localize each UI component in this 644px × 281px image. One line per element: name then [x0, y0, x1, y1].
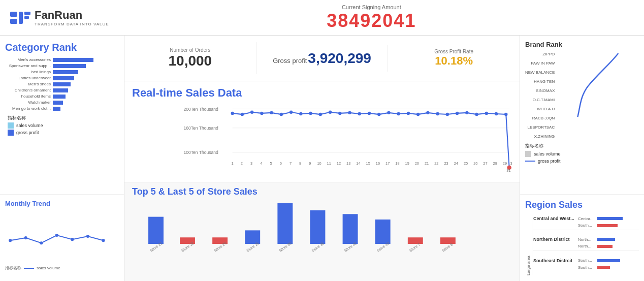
svg-text:23: 23 — [444, 161, 448, 166]
region-row: North... — [533, 244, 639, 248]
category-row: Men go to work clot... — [5, 106, 119, 111]
svg-point-18 — [231, 112, 234, 115]
large-area-label: Large area — [525, 214, 532, 275]
region-bar — [597, 245, 613, 248]
region-row: South... — [533, 223, 639, 228]
svg-point-46 — [504, 113, 507, 116]
store-sales-title: Top 5 & Last 5 of Store Sales — [132, 186, 512, 197]
brand-label: PAW IN PAW — [525, 60, 555, 67]
brand-sales-legend: sales volume — [525, 151, 639, 157]
profit-label: Gross profit — [273, 57, 307, 65]
brand-labels: ZIPPOPAW IN PAWNEW BALANCEHANG TENSINOMA… — [525, 51, 555, 140]
svg-point-8 — [55, 234, 58, 237]
svg-text:11: 11 — [327, 161, 331, 166]
svg-rect-95 — [408, 237, 423, 244]
svg-point-6 — [24, 236, 27, 239]
legend-title-label: 指标名称 — [8, 115, 26, 121]
svg-text:20: 20 — [415, 161, 419, 166]
left-sidebar: Category Rank Men's accessoriesSportswea… — [0, 36, 124, 281]
region-sub-label: South... — [578, 258, 596, 263]
svg-point-36 — [407, 112, 410, 115]
svg-text:31: 31 — [506, 168, 510, 173]
category-label: Ladies underwear — [5, 76, 51, 80]
svg-point-11 — [102, 239, 105, 242]
category-label: Children's ornament — [5, 88, 51, 92]
profit-card: Gross profit 3,920,299 — [256, 45, 389, 72]
brand-label: ZIPPO — [525, 51, 555, 58]
category-bar — [53, 70, 78, 74]
orders-value: 10,000 — [169, 53, 212, 69]
svg-text:24: 24 — [454, 161, 458, 166]
main-content: Category Rank Men's accessoriesSportswea… — [0, 36, 644, 281]
svg-text:6: 6 — [280, 161, 282, 166]
svg-point-45 — [495, 112, 498, 115]
svg-text:14: 14 — [356, 161, 360, 166]
svg-point-37 — [416, 113, 420, 116]
brand-label: NEW BALANCE — [525, 69, 555, 76]
brand-label: X.ZHINING — [525, 133, 555, 140]
rate-label: Gross Profit Rate — [434, 49, 473, 54]
category-label: household items — [5, 94, 51, 99]
region-group-name: Central and West... — [533, 216, 576, 221]
svg-point-7 — [40, 241, 43, 244]
svg-text:19: 19 — [405, 161, 409, 166]
svg-point-38 — [426, 111, 429, 114]
svg-text:10: 10 — [317, 161, 321, 166]
realtime-title: Real-time Sales Data — [132, 86, 512, 100]
brand-profit-icon — [525, 161, 535, 162]
svg-text:27: 27 — [483, 161, 487, 166]
category-bar — [53, 95, 66, 99]
svg-point-23 — [280, 113, 283, 116]
svg-text:200Ten Thousand: 200Ten Thousand — [184, 107, 218, 112]
category-row: bed linings — [5, 70, 119, 74]
svg-point-5 — [9, 239, 12, 242]
svg-point-44 — [485, 112, 488, 115]
region-group: Northern DistrictNorth...North... — [533, 237, 639, 253]
category-bar — [53, 82, 71, 86]
store-sales-chart: Store 21 Store 22 Store 24 Store 25 Stor… — [132, 200, 512, 256]
svg-text:30: 30 — [510, 161, 512, 166]
brand-legend: 指标名称 sales volume gross profit — [525, 143, 639, 164]
region-row: South... — [533, 265, 639, 270]
header-center: Current Signing Amount 38492041 — [109, 4, 634, 32]
gross-profit-label: gross profit — [16, 130, 39, 135]
region-sub-label: South... — [578, 223, 596, 228]
rate-card: Gross Profit Rate 10.18% — [388, 44, 520, 73]
brand-legend-title: 指标名称 — [525, 143, 543, 149]
svg-point-40 — [446, 113, 449, 116]
region-sub-label: North... — [578, 244, 596, 248]
brand-label: LESPORTSAC — [525, 124, 555, 131]
region-bar — [597, 217, 623, 220]
brand-label: O.C.T.MAMI — [525, 97, 555, 104]
right-sidebar: Brand Rank ZIPPOPAW IN PAWNEW BALANCEHAN… — [520, 36, 644, 281]
brand-name: FanRuan — [35, 9, 109, 22]
category-bar — [53, 107, 60, 111]
svg-rect-3 — [24, 12, 30, 15]
category-label: Men's shoes — [5, 82, 51, 86]
svg-text:28: 28 — [493, 161, 497, 166]
logo-text: FanRuan TRANSFORM DATA INTO VALUE — [35, 9, 109, 26]
category-bar — [53, 88, 68, 92]
svg-rect-89 — [310, 210, 325, 244]
svg-point-32 — [368, 112, 371, 115]
svg-text:7: 7 — [289, 161, 292, 166]
brand-label: SINOMAX — [525, 87, 555, 95]
svg-rect-79 — [148, 217, 164, 244]
svg-text:160Ten Thousand: 160Ten Thousand — [184, 126, 218, 131]
svg-point-20 — [250, 111, 253, 114]
region-sales-section: Region Sales Large area Central and West… — [520, 195, 644, 281]
svg-point-21 — [260, 112, 263, 115]
svg-text:100Ten Thousand: 100Ten Thousand — [184, 150, 218, 155]
region-group-name: Northern District — [533, 237, 576, 242]
stats-row: Number of Orders 10,000 Gross profit 3,9… — [124, 36, 520, 81]
svg-point-31 — [358, 112, 361, 115]
orders-card: Number of Orders 10,000 — [124, 42, 256, 74]
region-bar — [597, 238, 615, 241]
category-label: Watchmaker — [5, 100, 51, 105]
svg-rect-1 — [10, 19, 17, 24]
region-group-name: Southeast Distrcit — [533, 258, 576, 263]
region-row: Southeast DistrcitSouth... — [533, 258, 639, 263]
svg-point-24 — [289, 111, 293, 114]
profit-value: 3,920,299 — [308, 50, 371, 67]
svg-rect-0 — [10, 12, 17, 17]
